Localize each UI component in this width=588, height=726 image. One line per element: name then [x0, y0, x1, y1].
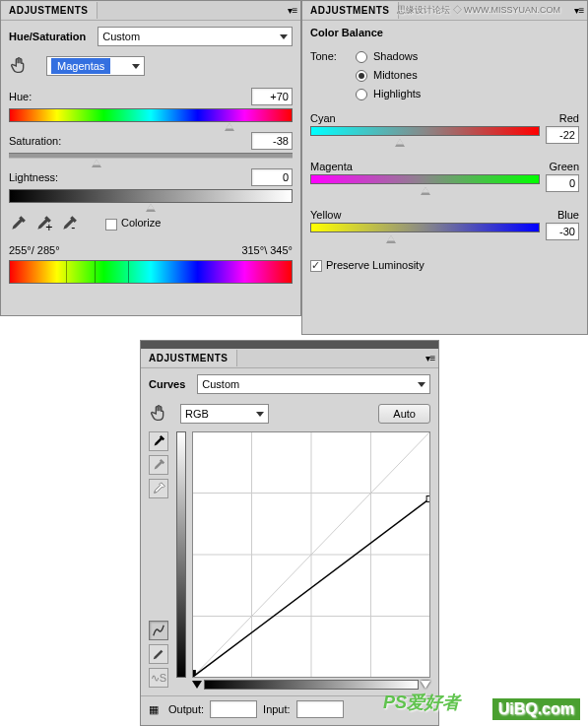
black-eyedropper-icon[interactable]: [149, 431, 168, 451]
pencil-mode-icon[interactable]: [149, 644, 168, 664]
output-input[interactable]: [210, 700, 257, 718]
gray-eyedropper-icon[interactable]: [149, 455, 168, 475]
white-point-arrow[interactable]: [421, 681, 430, 689]
yellow-blue-input[interactable]: [546, 223, 579, 240]
input-label: Input:: [263, 703, 291, 715]
magenta-green-input[interactable]: [546, 174, 579, 192]
panel-tab[interactable]: ADJUSTMENTS: [302, 2, 399, 19]
yellow-label: Yellow: [310, 209, 341, 221]
panel-menu-icon[interactable]: ▾≡: [571, 5, 587, 16]
panel-menu-icon[interactable]: ▾≡: [423, 353, 438, 363]
tone-highlights-radio[interactable]: Highlights: [356, 88, 421, 100]
eyedropper-icon[interactable]: [9, 215, 27, 232]
red-label: Red: [559, 112, 579, 124]
output-gradient: [176, 431, 186, 678]
svg-rect-11: [426, 495, 429, 501]
panel-tab[interactable]: ADJUSTMENTS: [1, 2, 98, 19]
input-gradient: [204, 680, 419, 690]
eyedropper-add-icon[interactable]: +: [34, 215, 52, 232]
lightness-thumb[interactable]: [146, 204, 156, 212]
eyedropper-minus-icon[interactable]: -: [60, 215, 78, 232]
svg-rect-10: [193, 670, 196, 676]
input-input[interactable]: [296, 700, 344, 718]
hue-input[interactable]: [251, 88, 293, 105]
tone-shadows-radio[interactable]: Shadows: [356, 50, 421, 63]
targeted-adjustment-tool[interactable]: [149, 402, 170, 426]
hue-gradient: [9, 108, 293, 122]
curve-grid[interactable]: [192, 431, 430, 678]
targeted-adjustment-tool[interactable]: [9, 54, 31, 78]
panel-tab[interactable]: ADJUSTMENTS: [141, 350, 237, 366]
range-right: 315°\ 345°: [241, 244, 293, 256]
green-label: Green: [549, 161, 579, 172]
tone-label: Tone:: [310, 50, 356, 100]
magenta-green-gradient: [310, 174, 540, 184]
preset-value: Custom: [102, 31, 140, 42]
lightness-label: Lightness:: [9, 171, 58, 183]
watermark-bottom-right: UiBQ.com: [492, 698, 580, 720]
panel-menu-icon[interactable]: ▾≡: [285, 5, 300, 16]
white-eyedropper-icon[interactable]: [149, 479, 168, 498]
magenta-green-thumb[interactable]: [421, 187, 430, 195]
hue-label: Hue:: [9, 91, 32, 102]
auto-button[interactable]: Auto: [378, 404, 430, 424]
yellow-blue-thumb[interactable]: [386, 235, 396, 243]
cyan-label: Cyan: [310, 112, 336, 124]
curves-preset-select[interactable]: Custom: [197, 374, 430, 394]
chevron-down-icon: [418, 382, 425, 387]
svg-text:+: +: [45, 221, 52, 232]
chevron-down-icon: [132, 64, 140, 69]
hue-slider-thumb[interactable]: [225, 123, 234, 131]
edit-value: Magentas: [51, 58, 110, 74]
watermark-top: 思缘设计论坛 ◇ WWW.MISSYUAN.COM: [397, 4, 560, 17]
blue-label: Blue: [557, 209, 579, 221]
lightness-gradient: [9, 189, 293, 203]
curve-mode-icon[interactable]: [149, 621, 168, 640]
magenta-label: Magenta: [310, 161, 353, 172]
range-left: 255°/ 285°: [9, 244, 60, 256]
preserve-luminosity-checkbox[interactable]: Preserve Luminosity: [310, 259, 579, 272]
yellow-blue-gradient: [310, 223, 540, 232]
chevron-down-icon: [256, 412, 264, 417]
color-range-spectrum[interactable]: [9, 260, 293, 284]
black-point-arrow[interactable]: [192, 681, 202, 689]
tone-midtones-radio[interactable]: Midtones: [356, 69, 421, 82]
output-label: Output:: [168, 703, 204, 715]
saturation-thumb[interactable]: [92, 160, 101, 167]
edit-select[interactable]: Magentas: [46, 56, 145, 76]
saturation-input[interactable]: [251, 132, 293, 150]
cyan-red-gradient: [310, 126, 540, 136]
watermark-bottom-left: PS爱好者: [383, 691, 460, 714]
adjustment-title: Color Balance: [310, 27, 383, 38]
cyan-red-input[interactable]: [546, 126, 579, 144]
channel-select[interactable]: RGB: [180, 404, 269, 424]
histogram-toggle-icon[interactable]: ▦: [149, 703, 163, 716]
saturation-track[interactable]: [9, 153, 293, 159]
lightness-input[interactable]: [251, 168, 293, 186]
preset-select[interactable]: Custom: [98, 27, 293, 46]
cyan-red-thumb[interactable]: [395, 139, 405, 147]
saturation-label: Saturation:: [9, 135, 61, 147]
svg-text:-: -: [71, 221, 75, 232]
adjustment-title: Hue/Saturation: [9, 31, 86, 42]
adjustment-title: Curves: [149, 378, 185, 390]
smooth-curve-icon[interactable]: ∿S: [149, 668, 168, 688]
chevron-down-icon: [280, 34, 288, 39]
colorize-checkbox[interactable]: Colorize: [105, 217, 161, 230]
colorize-label: Colorize: [121, 217, 161, 229]
